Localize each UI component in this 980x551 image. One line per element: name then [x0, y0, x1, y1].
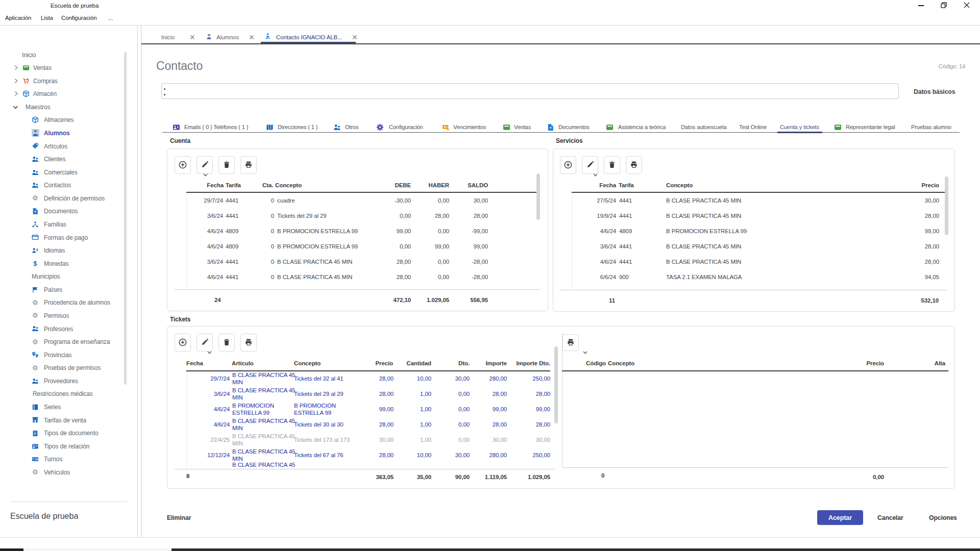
svg-text:$: $ — [34, 260, 37, 267]
svg-text:7:10: 7:10 — [33, 458, 38, 461]
